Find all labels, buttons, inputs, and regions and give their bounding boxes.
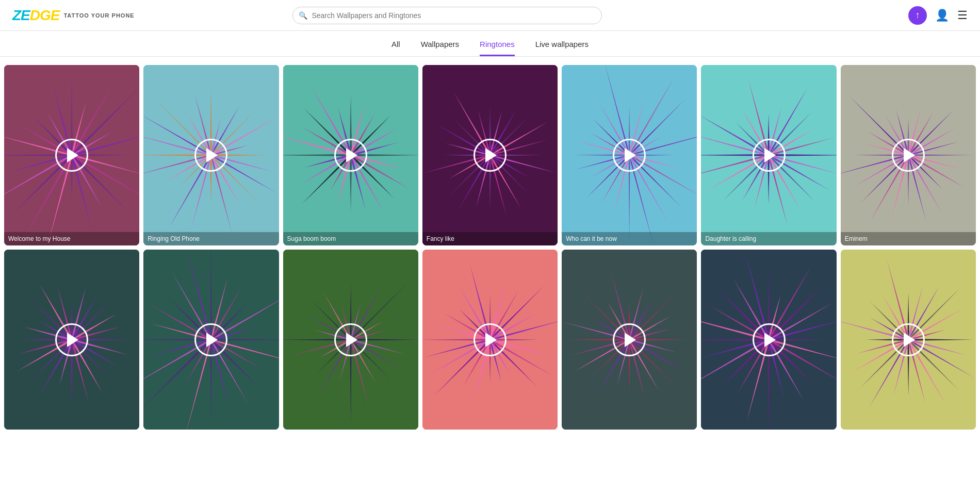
nav-tabs: All Wallpapers Ringtones Live wallpapers	[0, 31, 980, 57]
grid-item-r2c3[interactable]	[283, 250, 418, 430]
search-icon: 🔍	[299, 11, 307, 20]
play-icon-r2c7	[904, 333, 915, 347]
play-icon-r2c6	[764, 333, 776, 347]
play-icon-r1c4	[485, 148, 497, 162]
track-label-r1c7: Eminem	[841, 232, 976, 245]
play-icon-r1c2	[206, 148, 218, 162]
grid-item-r2c2[interactable]	[143, 250, 279, 430]
play-button-r1c4[interactable]	[473, 139, 507, 172]
track-label-r1c2: Ringing Old Phone	[143, 232, 279, 245]
play-icon-r1c3	[346, 148, 357, 162]
grid-item-r1c2[interactable]: Ringing Old Phone	[143, 65, 279, 245]
tab-wallpapers[interactable]: Wallpapers	[421, 40, 459, 56]
play-button-r1c5[interactable]	[613, 139, 646, 172]
track-label-r1c6: Daughter is calling	[701, 232, 836, 245]
grid-item-r2c7[interactable]	[841, 250, 976, 430]
track-label-r1c5: Who can it be now	[562, 232, 697, 245]
play-button-r2c2[interactable]	[194, 323, 227, 356]
grid-item-r1c5[interactable]: Who can it be now	[562, 65, 697, 245]
play-icon-r2c4	[485, 333, 497, 347]
play-button-r2c6[interactable]	[753, 323, 786, 356]
play-icon-r1c7	[904, 148, 915, 162]
logo-area: ZEDGE TATTOO YOUR PHONE	[12, 7, 135, 24]
play-button-r1c1[interactable]	[55, 139, 88, 172]
track-label-r1c4: Fancy like	[422, 232, 558, 245]
search-input[interactable]	[292, 7, 602, 24]
tab-all[interactable]: All	[391, 40, 400, 56]
grid-item-r1c7[interactable]: Eminem	[841, 65, 976, 245]
tab-live-wallpapers[interactable]: Live wallpapers	[535, 40, 589, 56]
track-label-r1c1: Welcome to my House	[4, 232, 139, 245]
play-button-r1c7[interactable]	[892, 139, 925, 172]
tagline: TATTOO YOUR PHONE	[63, 12, 134, 19]
content-grid: Welcome to my House Ringing Old Phone Su…	[0, 57, 980, 438]
grid-item-r1c4[interactable]: Fancy like	[422, 65, 558, 245]
play-icon-r2c3	[346, 333, 357, 347]
header-actions: ↑ 👤 ☰	[908, 6, 968, 25]
play-button-r1c2[interactable]	[194, 139, 227, 172]
logo: ZEDGE	[12, 7, 59, 24]
header: ZEDGE TATTOO YOUR PHONE 🔍 ↑ 👤 ☰	[0, 0, 980, 31]
play-button-r2c4[interactable]	[473, 323, 507, 356]
grid-item-r2c6[interactable]	[701, 250, 836, 430]
play-button-r1c6[interactable]	[753, 139, 786, 172]
menu-icon[interactable]: ☰	[957, 9, 968, 22]
grid-item-r1c3[interactable]: Suga boom boom	[283, 65, 418, 245]
play-button-r1c3[interactable]	[334, 139, 367, 172]
upload-button[interactable]: ↑	[908, 6, 927, 25]
grid-item-r1c1[interactable]: Welcome to my House	[4, 65, 139, 245]
track-label-r1c3: Suga boom boom	[283, 232, 418, 245]
play-icon-r2c2	[206, 333, 218, 347]
play-icon-r2c5	[625, 333, 636, 347]
play-icon-r1c1	[67, 148, 78, 162]
play-icon-r1c6	[764, 148, 776, 162]
search-bar: 🔍	[292, 7, 602, 24]
user-icon[interactable]: 👤	[935, 9, 949, 22]
play-icon-r1c5	[625, 148, 636, 162]
play-icon-r2c1	[67, 333, 78, 347]
play-button-r2c1[interactable]	[55, 323, 88, 356]
play-button-r2c5[interactable]	[613, 323, 646, 356]
play-button-r2c3[interactable]	[334, 323, 367, 356]
grid-item-r2c4[interactable]	[422, 250, 558, 430]
grid-item-r2c5[interactable]	[562, 250, 697, 430]
grid-item-r1c6[interactable]: Daughter is calling	[701, 65, 836, 245]
tab-ringtones[interactable]: Ringtones	[480, 40, 515, 56]
grid-item-r2c1[interactable]	[4, 250, 139, 430]
play-button-r2c7[interactable]	[892, 323, 925, 356]
